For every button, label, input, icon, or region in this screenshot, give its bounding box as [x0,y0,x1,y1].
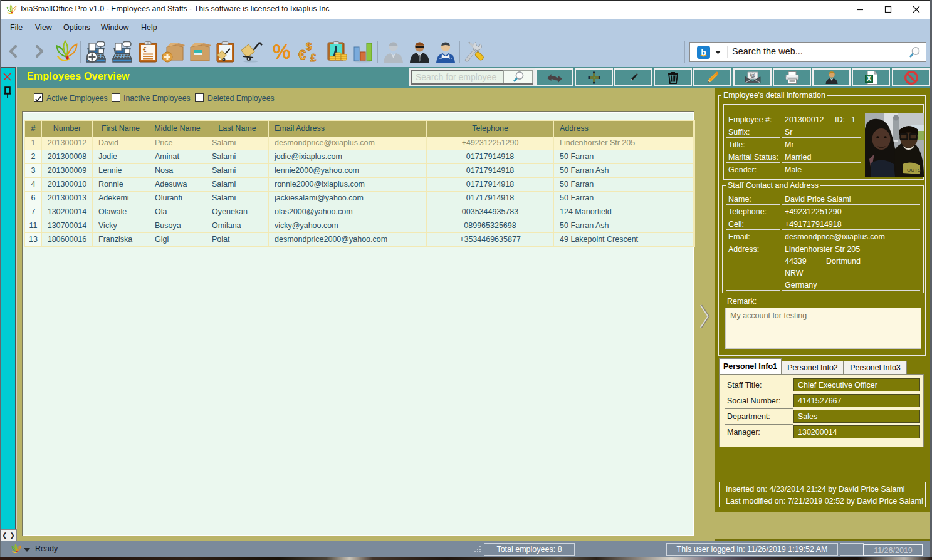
svg-text:%: % [273,41,291,61]
svg-text:£: £ [310,52,317,63]
svg-text:€: € [143,46,147,53]
svg-text:$: $ [306,41,312,53]
svg-text:@: @ [750,73,755,78]
svg-text:OUTS: OUTS [907,167,921,173]
svg-text:X: X [866,75,871,82]
svg-text:€: € [298,47,306,63]
